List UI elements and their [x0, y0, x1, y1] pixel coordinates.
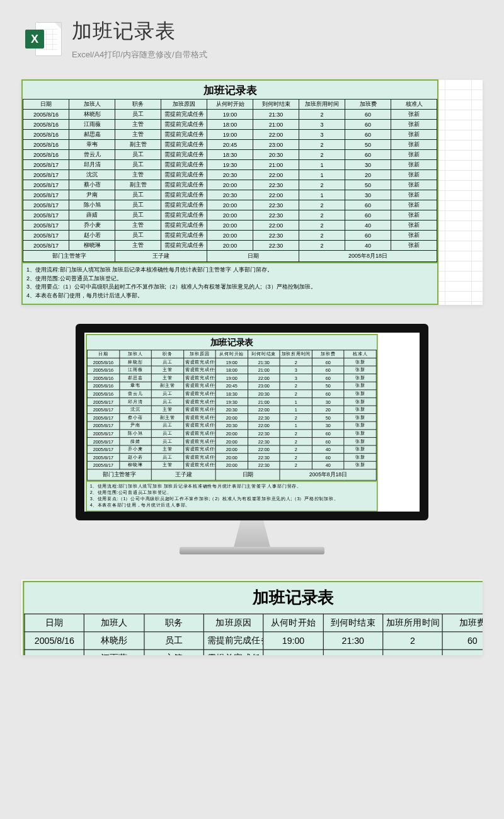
table-row: 2005/8/16章韦副主管需提前完成任务20:4523:00250张新 — [23, 140, 437, 150]
cell: 2005/8/17 — [23, 241, 69, 251]
cell: 2005/8/17 — [23, 170, 69, 180]
note-line: 3、使用要点:（1）公司中高级职员超时工作不算作加班;（2）核准人为有权签署加班… — [26, 283, 433, 292]
cell: 60 — [345, 120, 391, 130]
cell: 20:45 — [215, 382, 248, 390]
table-row: 2005/8/17乔小麦主管需提前完成任务20:0022:00240张新 — [87, 445, 376, 454]
cell: 2005/8/16 — [87, 382, 119, 390]
cell: 21:00 — [253, 120, 299, 130]
cell: 21:30 — [323, 632, 383, 650]
cell: 需提前完成任务 — [183, 390, 215, 398]
cell: 20:30 — [207, 190, 253, 200]
cell: 60 — [345, 150, 391, 160]
cell: 2 — [299, 220, 345, 231]
cell: 主管 — [115, 170, 161, 180]
cell: 副主管 — [151, 414, 183, 422]
cell: 需提前完成任务 — [183, 461, 215, 469]
cell: 22:30 — [248, 461, 280, 469]
cell: 30 — [312, 398, 344, 406]
cell: 40 — [345, 220, 391, 231]
cell: 2 — [299, 200, 345, 210]
column-header: 日期 — [23, 100, 69, 110]
table-row: 2005/8/17赵小若员工需提前完成任务20:0022:30260张新 — [87, 454, 376, 462]
column-header: 加班原因 — [203, 614, 263, 632]
cell: 张新 — [344, 358, 376, 366]
cell: 员工 — [151, 454, 183, 462]
cell: 60 — [345, 110, 391, 120]
table-row: 2005/8/16林晓彤员工需提前完成任务19:0021:30260张新 — [87, 358, 376, 366]
cell: 需提前完成任务 — [183, 366, 215, 374]
table-row: 2005/8/17赵小若员工需提前完成任务20:0022:30260张新 — [23, 231, 437, 241]
cell: 林晓彤 — [84, 632, 144, 650]
table-row: 2005/8/16曾云儿员工需提前完成任务18:3020:30260张新 — [87, 390, 376, 398]
cell: 2 — [299, 110, 345, 120]
cell: 邱月清 — [119, 398, 151, 406]
cell: 60 — [312, 358, 344, 366]
column-header: 加班所用时间 — [280, 350, 312, 358]
cell: 主管 — [151, 406, 183, 414]
cell: 21:00 — [323, 650, 383, 655]
sig-date-value: 2005年8月18日 — [280, 469, 376, 480]
cell: 20:30 — [215, 421, 248, 430]
cell: 江雨薇 — [119, 366, 151, 374]
cell: 需提前完成任务 — [161, 130, 207, 140]
cell: 员工 — [115, 200, 161, 210]
cell: 员工 — [115, 150, 161, 160]
table-header-row: 日期加班人职务加班原因从何时开始到何时结束加班所用时间加班费核准人 — [23, 100, 437, 110]
cell: 主管 — [151, 445, 183, 454]
usage-notes: 1、使用流程:部门加班人填写加班 加班后记录本核准确性每月统计表部门主管签字 人… — [87, 481, 377, 510]
cell: 员工 — [144, 632, 204, 650]
cell: 20:30 — [207, 170, 253, 180]
cell: 曾云儿 — [69, 150, 115, 160]
cell: 3 — [280, 374, 312, 382]
cell: 张新 — [391, 190, 437, 200]
column-header: 到何时结束 — [323, 614, 383, 632]
cell: 21:00 — [248, 366, 280, 374]
cell: 2 — [280, 414, 312, 422]
cell: 张新 — [344, 454, 376, 462]
cell: 3 — [383, 650, 443, 655]
cell: 2005/8/16 — [23, 150, 69, 160]
cell: 22:00 — [248, 374, 280, 382]
cell: 2005/8/16 — [23, 120, 69, 130]
cell: 2 — [280, 454, 312, 462]
cell: 2005/8/16 — [87, 390, 119, 398]
cell: 2 — [280, 358, 312, 366]
table-row: 2005/8/17沈沉主管需提前完成任务20:3022:00120张新 — [87, 406, 376, 414]
cell: 2005/8/17 — [23, 231, 69, 241]
cell: 2005/8/16 — [87, 358, 119, 366]
cell: 主管 — [144, 650, 204, 655]
cell: 2005/8/17 — [87, 461, 119, 469]
cell: 19:00 — [215, 374, 248, 382]
sig-value: 王子建 — [115, 251, 207, 262]
cell: 沈沉 — [119, 406, 151, 414]
page-title: 加班记录表 — [72, 18, 479, 45]
cell: 2 — [280, 382, 312, 390]
sig-date-value: 2005年8月18日 — [299, 251, 437, 262]
table-row: 2005/8/17乔小麦主管需提前完成任务20:0022:00240张新 — [23, 220, 437, 231]
cell: 22:30 — [253, 200, 299, 210]
cell: 60 — [312, 437, 344, 445]
cell: 张新 — [391, 200, 437, 210]
cell: 1 — [299, 170, 345, 180]
cell: 需提前完成任务 — [161, 110, 207, 120]
cell: 员工 — [151, 358, 183, 366]
cell: 22:30 — [248, 437, 280, 445]
column-header: 日期 — [87, 350, 119, 358]
cell: 2005/8/17 — [23, 180, 69, 190]
cell: 1 — [299, 190, 345, 200]
cell: 员工 — [151, 421, 183, 430]
cell: 蔡小蓓 — [69, 180, 115, 190]
cell: 张新 — [344, 374, 376, 382]
cell: 张新 — [344, 445, 376, 454]
table-row: 2005/8/17邱月清员工需提前完成任务19:3021:00130张新 — [87, 398, 376, 406]
sig-value: 王子建 — [151, 469, 215, 480]
cell: 张新 — [391, 241, 437, 251]
cell: 江雨薇 — [84, 650, 144, 655]
note-line: 3、使用要点:（1）公司中高级职员超时工作不算作加班;（2）核准人为有权签署加班… — [90, 496, 374, 502]
table-row: 2005/8/16章韦副主管需提前完成任务20:4523:00250张新 — [87, 382, 376, 390]
cell: 21:30 — [253, 110, 299, 120]
cell: 张新 — [391, 110, 437, 120]
cell: 沈沉 — [69, 170, 115, 180]
cell: 50 — [312, 382, 344, 390]
cell: 曾云儿 — [119, 390, 151, 398]
